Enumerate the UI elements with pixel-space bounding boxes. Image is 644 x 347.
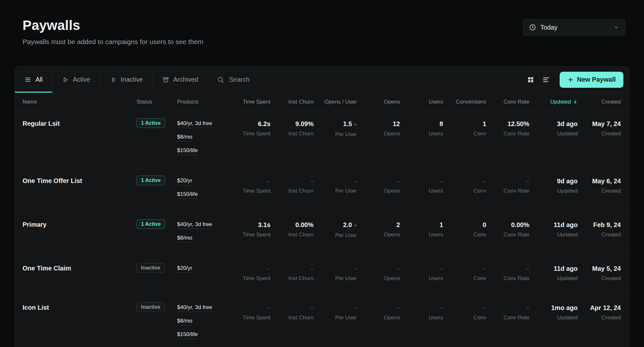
metric-value: 1 [483, 120, 486, 128]
page-title: Paywalls [23, 18, 203, 33]
metric-value: – [310, 177, 314, 185]
grid-view-button[interactable] [527, 76, 535, 84]
metric-value: 3d ago [557, 120, 578, 128]
metric-label: Updated [536, 275, 578, 282]
metric-label: Created [584, 131, 621, 137]
column-header-users[interactable]: Users [403, 99, 446, 105]
tab-inactive[interactable]: Inactive [100, 67, 153, 93]
date-filter-label: Today [540, 24, 557, 31]
table-row[interactable]: Regular Lsit 1 Active $40/yr, 3d free$8/… [15, 111, 629, 168]
product-tag[interactable]: $40/yr, 3d free [177, 221, 212, 229]
metric-label: Inst Churn [277, 275, 314, 282]
table-row[interactable]: One Time Claim Inactive $20/yr – Time Sp… [15, 256, 629, 295]
list-view-button[interactable] [542, 76, 550, 84]
column-header-updated[interactable]: Updated [533, 99, 581, 105]
metric-cell: May 6, 24 Created [581, 177, 629, 199]
metric-value: 9.09% [295, 120, 314, 128]
tab-all[interactable]: All [15, 67, 52, 93]
metric-cell: 11d ago Updated [533, 221, 581, 242]
metric-cell: 1 Conv [446, 120, 489, 155]
metric-label: Updated [536, 232, 578, 238]
status-badge: 1 Active [137, 118, 165, 128]
metric-value: – [354, 177, 357, 185]
product-tag[interactable]: $40/yr, 3d free [177, 120, 212, 128]
column-header-conversions[interactable]: Conversions [446, 99, 489, 105]
metric-cell: – Opens [360, 265, 403, 282]
product-tag[interactable]: $150/life [177, 331, 198, 339]
status-cell: 1 Active [133, 176, 174, 199]
metric-value: 11d ago [554, 221, 578, 229]
status-badge: 1 Active [137, 219, 165, 229]
metric-label: Conv [450, 232, 486, 238]
column-header-status[interactable]: Status [133, 99, 174, 105]
metric-cell: 12.50% Conv Rate [489, 120, 533, 155]
app: Paywalls Paywalls must be added to campa… [0, 0, 644, 347]
metric-label: Conv Rate [493, 131, 529, 137]
metric-cell: – Conv [446, 177, 489, 199]
column-header-inst-churn[interactable]: Inst Churn [274, 99, 317, 105]
metric-cell: – Time Spent [231, 177, 274, 199]
metric-label: Conv [450, 188, 486, 194]
product-tag[interactable]: $8/mo [177, 133, 192, 142]
metric-label: Created [584, 232, 621, 238]
product-tag[interactable]: $40/yr, 3d free [177, 304, 212, 312]
product-tag[interactable]: $20/yr [177, 177, 192, 185]
page-subtitle: Paywalls must be added to campaigns for … [23, 38, 203, 46]
metric-cell: 0.00% Conv Rate [489, 221, 533, 242]
table-row[interactable]: Primary 1 Active $40/yr, 3d free$8/mo 3.… [15, 212, 629, 256]
metric-cell: Apr 12, 24 Created [581, 304, 629, 339]
metric-value: 12 [393, 120, 400, 128]
metric-label: Users [406, 131, 443, 137]
column-header-opens-user[interactable]: Opens / User [317, 99, 360, 105]
status-cell: 1 Active [133, 219, 174, 242]
search-input[interactable] [229, 76, 517, 83]
product-tag[interactable]: $150/life [177, 191, 198, 199]
metric-label: Time Spent [234, 131, 270, 137]
column-header-conv-rate[interactable]: Conv Rate [489, 99, 533, 105]
search-icon [217, 76, 224, 83]
metric-cell: 12 Opens [360, 120, 403, 155]
metric-label: Created [584, 275, 621, 282]
metric-label: Time Spent [234, 315, 270, 321]
metric-cell: 0 Conv [446, 221, 489, 242]
table-row[interactable]: Icon List Inactive $40/yr, 3d free$8/mo$… [15, 295, 629, 347]
metric-value: May 5, 24 [592, 265, 621, 272]
metric-value: 0.00% [511, 221, 529, 229]
metric-label: Inst Churn [277, 131, 314, 137]
metric-value: – [397, 177, 400, 185]
paywall-name: One Time Claim [15, 265, 133, 282]
product-tag[interactable]: $150/life [177, 147, 198, 155]
pause-icon [110, 77, 117, 83]
metric-value: 8 [440, 120, 443, 128]
new-paywall-button[interactable]: New Paywall [560, 72, 623, 88]
table-row[interactable]: One Time Offer List 1 Active $20/yr$150/… [15, 168, 629, 212]
metric-value: – [267, 304, 270, 312]
tab-inactive-label: Inactive [121, 76, 143, 83]
metric-label: Opens [363, 188, 400, 194]
metric-label: Per User [320, 315, 357, 321]
metric-label: Conv Rate [493, 188, 529, 194]
tab-archived[interactable]: Archived [153, 67, 208, 93]
date-filter-dropdown[interactable]: Today [523, 19, 625, 35]
column-header-name[interactable]: Name [15, 99, 133, 105]
metric-cell: – Per User [317, 177, 360, 199]
view-toggles [527, 67, 560, 93]
product-tag[interactable]: $8/mo [177, 234, 192, 242]
column-header-time-spent[interactable]: Time Spent [231, 99, 274, 105]
status-cell: Inactive [133, 263, 174, 282]
metric-label: Inst Churn [277, 232, 314, 238]
metric-value: 1.5 [343, 120, 352, 128]
metric-cell: 1 Users [403, 221, 446, 242]
metric-label: Time Spent [234, 275, 270, 282]
column-header-products[interactable]: Products [174, 99, 231, 105]
product-tag[interactable]: $8/mo [177, 317, 192, 325]
metric-cell: – Inst Churn [274, 177, 317, 199]
metric-value: – [440, 265, 443, 272]
product-tag[interactable]: $20/yr [177, 265, 192, 273]
play-icon [62, 77, 69, 83]
tab-active[interactable]: Active [52, 67, 100, 93]
metric-value: – [483, 177, 486, 185]
metric-cell: – Conv Rate [489, 304, 533, 339]
column-header-opens[interactable]: Opens [360, 99, 403, 105]
column-header-created[interactable]: Created [581, 99, 629, 105]
